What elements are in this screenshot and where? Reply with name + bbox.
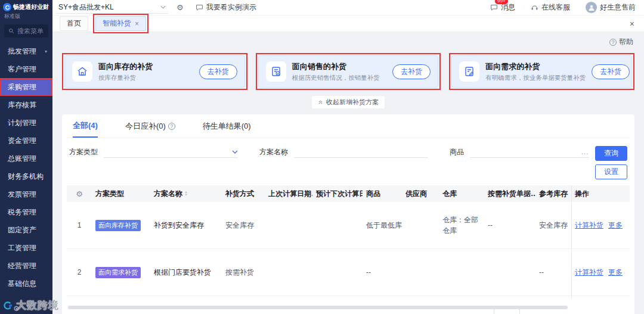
- collapse-row: 收起新增补货方案: [62, 95, 634, 109]
- demo-link-label: 我要看实例演示: [206, 2, 256, 13]
- go-replenish-button[interactable]: 去补货: [392, 64, 431, 79]
- more-link[interactable]: 更多: [608, 268, 623, 278]
- tab-home[interactable]: 首页: [60, 16, 88, 31]
- type-badge: 面向需求补货: [95, 267, 141, 278]
- sidebar-item-finance-multi-org[interactable]: 财务多机构: [0, 167, 52, 185]
- tab-close-icon[interactable]: ×: [135, 20, 139, 27]
- go-replenish-button[interactable]: 去补货: [199, 64, 237, 79]
- question-circle-icon: ?: [609, 39, 617, 46]
- brand-edition: 标准版: [0, 11, 52, 20]
- column-settings-gear-icon[interactable]: ⚙: [67, 189, 92, 198]
- calculate-replenishment-link[interactable]: 计算补货: [575, 220, 603, 231]
- sidebar-item-funds[interactable]: 资金管理: [0, 132, 52, 150]
- col-plan-name: 方案名称 ▲▼: [150, 189, 222, 199]
- double-chevron-up-icon: [318, 100, 323, 105]
- tab-smart-replenishment[interactable]: 智能补货 ×: [95, 16, 146, 31]
- sidebar-item-base-info[interactable]: 基础信息: [0, 275, 52, 293]
- online-support-button[interactable]: 在线客服: [531, 2, 570, 13]
- plan-tabs: 全部(4) 今日应补(0) ? 待生单结果(0): [67, 114, 630, 138]
- tab-all-plans[interactable]: 全部(4): [73, 120, 98, 138]
- avatar: [586, 2, 597, 13]
- plan-type-select[interactable]: [104, 146, 238, 158]
- plan-name-input[interactable]: [294, 146, 428, 158]
- sales-report-icon: [266, 61, 286, 82]
- col-last-calc: 上次计算日期…: [265, 189, 312, 199]
- sidebar-item-payroll[interactable]: 工资管理: [0, 239, 52, 257]
- annotation-box-card-sales: 面向销售的补货 根据历史销售情况，按销量补货 去补货: [256, 53, 441, 90]
- settings-gear-icon[interactable]: ⚙: [177, 3, 184, 12]
- pagination-partial[interactable]: [494, 309, 520, 314]
- goods-picker-input[interactable]: …: [470, 146, 589, 158]
- messages-button[interactable]: 99+ 消息: [490, 2, 515, 13]
- ref-stock-cell: 安全库存: [535, 220, 571, 231]
- col-goods: 商品: [363, 189, 402, 199]
- settings-button[interactable]: 设置: [595, 164, 627, 179]
- tab-due-today[interactable]: 今日应补(0) ?: [125, 120, 175, 138]
- online-support-label: 在线客服: [541, 2, 570, 13]
- col-supplier: 供应商: [402, 189, 439, 199]
- col-method: 补货方式: [222, 189, 265, 199]
- app-window: 畅捷通好业财 标准版 搜索菜单 批发管理 ▾ 客户管理 采购管理 库存核算: [0, 0, 644, 314]
- user-menu[interactable]: 好生意售前: [586, 2, 636, 13]
- sidebar-item-label: 经营管理: [8, 261, 36, 271]
- sidebar-item-wholesale[interactable]: 批发管理 ▾: [0, 42, 52, 60]
- org-selector-dropdown[interactable]: SY+食品批发+KL: [56, 2, 168, 14]
- col-plan-type: 方案类型: [92, 189, 150, 199]
- tab-label: 今日应补(0): [125, 121, 166, 132]
- warehouse-icon: [72, 61, 92, 82]
- sidebar-item-taxes[interactable]: 税务管理: [0, 203, 52, 221]
- sidebar-item-general-ledger[interactable]: 总账管理: [0, 150, 52, 167]
- filter-label: 方案名称: [259, 147, 288, 157]
- sort-icon[interactable]: ▲▼: [184, 191, 188, 197]
- method-cell: 安全库存: [222, 220, 265, 231]
- demo-link[interactable]: 我要看实例演示: [196, 2, 256, 13]
- collapse-plans-button[interactable]: 收起新增补货方案: [311, 95, 385, 109]
- col-actions: 操作: [571, 189, 630, 199]
- sidebar-item-label: 财务多机构: [8, 172, 44, 182]
- table-header-row: ⚙ 方案类型 方案名称 ▲▼ 补货方式 上次计算日期… 预计下次计算日 商品: [67, 185, 630, 202]
- sidebar-search-input[interactable]: 搜索菜单: [4, 24, 48, 38]
- go-replenish-button[interactable]: 去补货: [592, 64, 630, 79]
- row-index: 1: [67, 221, 92, 229]
- filter-label: 商品: [450, 147, 464, 157]
- sidebar-item-label: 采购管理: [8, 82, 36, 92]
- search-button[interactable]: 查询: [595, 146, 627, 161]
- gear-icon[interactable]: ⚙: [13, 304, 20, 313]
- topbar-right: 99+ 消息 在线客服 好生意售前: [490, 2, 636, 13]
- tab-label: 待生单结果(0): [203, 121, 251, 132]
- more-link[interactable]: 更多: [608, 220, 623, 231]
- annotation-box-card-demand: 面向需求的补货 有明确需求，按业务单据要货量补货 去补货: [449, 53, 634, 90]
- sidebar-item-inventory-accounting[interactable]: 库存核算: [0, 96, 52, 114]
- sidebar: 畅捷通好业财 标准版 搜索菜单 批发管理 ▾ 客户管理 采购管理 库存核算: [0, 0, 52, 314]
- actions-cell: 计算补货 更多: [571, 220, 630, 231]
- help-link[interactable]: ? 帮助: [62, 37, 633, 47]
- more-ellipsis-icon[interactable]: …: [581, 147, 589, 156]
- tab-pending-orders[interactable]: 待生单结果(0): [203, 120, 251, 138]
- sidebar-item-purchasing[interactable]: 采购管理: [0, 78, 52, 96]
- calculate-replenishment-link[interactable]: 计算补货: [575, 268, 603, 278]
- card-sales-replenishment: 面向销售的补货 根据历史销售情况，按销量补货 去补货: [258, 55, 439, 88]
- sidebar-item-customers[interactable]: 客户管理: [0, 60, 52, 78]
- chevron-down-icon: [160, 5, 166, 9]
- horizontal-scrollbar[interactable]: [68, 306, 568, 309]
- sidebar-item-operations[interactable]: 经营管理: [0, 257, 52, 275]
- card-subtitle: 根据历史销售情况，按销量补货: [292, 74, 380, 82]
- sidebar-item-label: 资金管理: [8, 136, 36, 146]
- sidebar-item-invoices[interactable]: 发票管理: [0, 185, 52, 203]
- sidebar-item-planning[interactable]: 计划管理: [0, 114, 52, 132]
- chevron-down-icon: ▾: [45, 49, 47, 54]
- main-content: ? 帮助 面向库存的补货 按库存量补货 去补货: [52, 32, 644, 314]
- annotation-box-card-stock: 面向库存的补货 按库存量补货 去补货: [62, 53, 247, 90]
- sidebar-item-fixed-assets[interactable]: 固定资产: [0, 221, 52, 239]
- message-icon: [490, 4, 498, 11]
- warehouse-cell: 仓库：全部仓库: [439, 214, 484, 236]
- col-next-calc: 预计下次计算日: [312, 189, 363, 199]
- brand: 畅捷通好业财: [0, 0, 52, 11]
- filter-buttons: 查询 设置: [595, 146, 627, 179]
- sidebar-menu: 批发管理 ▾ 客户管理 采购管理 库存核算 计划管理 资金管理 总账管理 财: [0, 42, 52, 293]
- close-icon[interactable]: ×: [628, 19, 636, 29]
- card-subtitle: 有明确需求，按业务单据要货量补货: [485, 74, 586, 82]
- brand-logo-icon: [3, 3, 11, 11]
- card-text: 面向库存的补货 按库存量补货: [98, 61, 153, 82]
- chat-bubble-icon: [196, 4, 203, 11]
